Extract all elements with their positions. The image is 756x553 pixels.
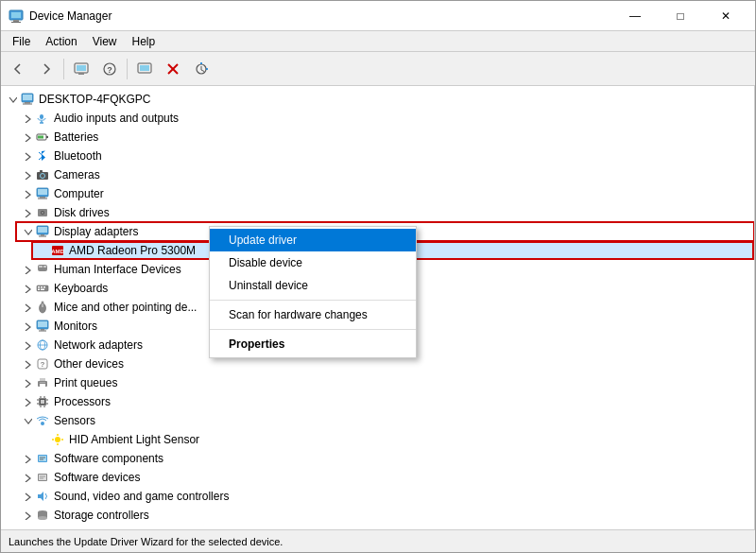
svg-rect-3 xyxy=(11,22,21,23)
tree-disk[interactable]: Disk drives xyxy=(16,203,754,222)
svg-rect-30 xyxy=(38,189,47,195)
sensors-icon xyxy=(35,413,50,428)
cameras-label: Cameras xyxy=(54,168,100,181)
ctx-disable-device[interactable]: Disable device xyxy=(210,251,416,274)
back-button[interactable] xyxy=(5,56,31,82)
forward-button[interactable] xyxy=(33,56,60,82)
keyboards-expand[interactable] xyxy=(20,281,35,296)
tree-sensors[interactable]: Sensors xyxy=(16,411,754,430)
hid-expand[interactable] xyxy=(20,262,35,277)
computer-tree-icon xyxy=(35,186,50,201)
svg-rect-48 xyxy=(43,286,45,288)
tree-system[interactable]: System devices xyxy=(16,525,754,529)
tree-sound[interactable]: Sound, video and game controllers xyxy=(16,487,754,506)
svg-rect-18 xyxy=(40,114,43,119)
other-label: Other devices xyxy=(54,357,124,371)
computer-label: Computer xyxy=(54,187,104,200)
hid-ambient-icon xyxy=(50,432,65,447)
update-driver-toolbar-button[interactable] xyxy=(131,56,158,82)
menu-file[interactable]: File xyxy=(5,33,38,50)
tree-print[interactable]: Print queues xyxy=(16,373,754,392)
svg-rect-47 xyxy=(41,286,43,288)
storage-expand[interactable] xyxy=(20,508,35,523)
display-expand-btn[interactable] xyxy=(20,224,35,239)
sensors-expand-btn[interactable] xyxy=(20,413,35,428)
help-button[interactable]: ? xyxy=(96,56,123,82)
svg-rect-64 xyxy=(40,378,45,381)
close-button[interactable]: ✕ xyxy=(704,1,747,31)
mice-expand[interactable] xyxy=(20,300,35,315)
tree-root[interactable]: DESKTOP-4FQKGPC xyxy=(1,90,754,109)
maximize-button[interactable]: □ xyxy=(659,1,702,31)
uninstall-button[interactable] xyxy=(160,56,186,82)
sound-expand[interactable] xyxy=(20,489,35,504)
print-expand[interactable] xyxy=(20,375,35,390)
menu-action[interactable]: Action xyxy=(38,33,84,50)
network-expand[interactable] xyxy=(20,337,35,353)
svg-rect-37 xyxy=(38,227,47,233)
context-menu: Update driver Disable device Uninstall d… xyxy=(209,226,417,358)
svg-rect-2 xyxy=(13,20,19,22)
ctx-scan-hardware[interactable]: Scan for hardware changes xyxy=(210,303,416,326)
svg-line-24 xyxy=(39,158,42,161)
tree-computer[interactable]: Computer xyxy=(16,184,754,203)
display-icon xyxy=(35,224,50,239)
menu-bar: File Action View Help xyxy=(1,31,755,52)
processors-icon xyxy=(35,394,50,409)
monitors-expand[interactable] xyxy=(20,319,35,334)
toolbar: ? xyxy=(1,52,755,86)
software-comp-expand[interactable] xyxy=(20,451,35,466)
ctx-properties[interactable]: Properties xyxy=(210,333,416,355)
menu-help[interactable]: Help xyxy=(125,33,163,50)
tree-software-dev[interactable]: Software devices xyxy=(16,468,754,487)
window-controls: — □ ✕ xyxy=(613,1,747,31)
storage-label: Storage controllers xyxy=(54,509,149,522)
svg-marker-92 xyxy=(38,492,43,501)
computer-expand-btn[interactable] xyxy=(20,186,35,201)
cameras-icon xyxy=(35,167,50,182)
system-expand[interactable] xyxy=(20,527,35,529)
keyboards-label: Keyboards xyxy=(54,282,108,295)
svg-rect-1 xyxy=(11,12,21,18)
disk-expand[interactable] xyxy=(20,205,35,220)
content-area: DESKTOP-4FQKGPC Audio inputs and outputs xyxy=(1,86,755,529)
svg-rect-45 xyxy=(37,285,48,291)
amd-icon: AMD xyxy=(50,243,65,258)
ctx-uninstall-device[interactable]: Uninstall device xyxy=(210,274,416,297)
menu-view[interactable]: View xyxy=(85,33,125,50)
tree-hid-ambient[interactable]: HID Ambient Light Sensor xyxy=(31,430,754,449)
tree-cameras[interactable]: Cameras xyxy=(16,165,754,184)
audio-expand[interactable] xyxy=(20,111,35,126)
svg-rect-85 xyxy=(39,456,46,461)
tree-audio[interactable]: Audio inputs and outputs xyxy=(16,109,754,128)
tree-bluetooth[interactable]: Bluetooth xyxy=(16,147,754,165)
tree-processors[interactable]: Processors xyxy=(16,392,754,411)
svg-rect-50 xyxy=(41,289,44,291)
device-manager-window: Device Manager — □ ✕ File Action View He… xyxy=(0,0,756,553)
root-expand[interactable] xyxy=(5,92,20,107)
mice-label: Mice and other pointing de... xyxy=(54,301,197,314)
svg-rect-22 xyxy=(38,136,43,139)
cameras-expand[interactable] xyxy=(20,167,35,182)
system-icon xyxy=(35,527,50,529)
svg-rect-55 xyxy=(38,321,47,327)
ctx-update-driver[interactable]: Update driver xyxy=(210,229,416,251)
show-details-button[interactable] xyxy=(68,56,94,82)
ctx-sep-1 xyxy=(210,300,416,301)
svg-rect-43 xyxy=(39,266,43,268)
processors-expand[interactable] xyxy=(20,394,35,409)
tree-software-comp[interactable]: Software components xyxy=(16,449,754,468)
batteries-expand[interactable] xyxy=(20,130,35,145)
minimize-button[interactable]: — xyxy=(613,1,657,31)
display-label: Display adapters xyxy=(54,225,138,238)
svg-text:?: ? xyxy=(107,65,112,75)
software-dev-expand[interactable] xyxy=(20,470,35,485)
other-expand[interactable] xyxy=(20,356,35,372)
svg-point-78 xyxy=(41,422,44,425)
tree-storage[interactable]: Storage controllers xyxy=(16,506,754,525)
svg-rect-89 xyxy=(39,475,46,480)
svg-rect-38 xyxy=(41,234,44,236)
bluetooth-expand[interactable] xyxy=(20,148,35,164)
tree-batteries[interactable]: Batteries xyxy=(16,128,754,147)
scan-button[interactable] xyxy=(188,56,215,82)
